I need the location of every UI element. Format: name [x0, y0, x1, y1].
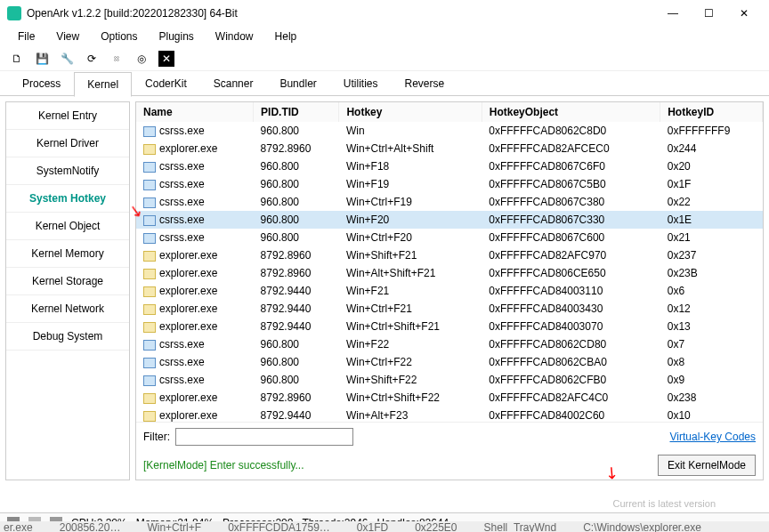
cell-hk: Win+Shift+F22	[339, 371, 482, 389]
cell-hk: Win+Ctrl+F20	[339, 229, 482, 246]
table-row[interactable]: csrss.exe960.800Win+Ctrl+F220xFFFFFCAD80…	[136, 353, 763, 371]
cell-id: 0x10	[660, 407, 763, 422]
table-row[interactable]: explorer.exe8792.8960Win+Shift+F210xFFFF…	[136, 246, 763, 264]
maximize-button[interactable]: ☐	[691, 0, 726, 27]
cell-id: 0x8	[660, 353, 763, 371]
sidebar-item-kernel-storage[interactable]: Kernel Storage	[6, 268, 129, 295]
app-icon	[7, 6, 21, 20]
tab-reverse[interactable]: Reverse	[391, 71, 457, 96]
folder-icon	[143, 322, 156, 333]
cell-name: csrss.exe	[136, 122, 254, 140]
app-icon	[143, 233, 156, 244]
exit-kernelmode-button[interactable]: Exit KernelMode	[658, 455, 756, 476]
cell-pid: 960.800	[254, 335, 339, 353]
cell-pid: 8792.8960	[254, 140, 339, 157]
folder-icon	[143, 304, 156, 315]
table-row[interactable]: explorer.exe8792.9440Win+F210xFFFFFCAD84…	[136, 282, 763, 300]
menu-plugins[interactable]: Plugins	[150, 28, 203, 44]
table-row[interactable]: explorer.exe8792.8960Win+Ctrl+Shift+F220…	[136, 389, 763, 407]
col-name[interactable]: Name	[136, 102, 254, 122]
table-row[interactable]: csrss.exe960.800Win+F200xFFFFFCAD8067C33…	[136, 211, 763, 229]
table-row[interactable]: explorer.exe8792.9440Win+Alt+F230xFFFFFC…	[136, 407, 763, 422]
cell-obj: 0xFFFFFCAD8067C600	[482, 229, 660, 246]
cell-obj: 0xFFFFFCAD82AFC4C0	[482, 389, 660, 407]
col-pid-tid[interactable]: PID.TID	[254, 102, 339, 122]
menu-options[interactable]: Options	[92, 28, 146, 44]
table-row[interactable]: explorer.exe8792.9440Win+Ctrl+Shift+F210…	[136, 318, 763, 335]
virtual-key-codes-link[interactable]: Virtual-Key Codes	[670, 431, 757, 443]
app-icon	[143, 162, 156, 173]
app-icon	[143, 340, 156, 351]
cell-name: csrss.exe	[136, 353, 254, 371]
filter-input[interactable]	[175, 428, 353, 446]
menu-window[interactable]: Window	[206, 28, 263, 44]
cell-obj: 0xFFFFFCAD8062CBA0	[482, 353, 660, 371]
table-row[interactable]: csrss.exe960.800Win+Shift+F220xFFFFFCAD8…	[136, 371, 763, 389]
sidebar-item-kernel-driver[interactable]: Kernel Driver	[6, 130, 129, 157]
cell-obj: 0xFFFFFCAD82AFC970	[482, 246, 660, 264]
cell-pid: 960.800	[254, 193, 339, 211]
cell-hk: Win	[339, 122, 482, 140]
tab-utilities[interactable]: Utilities	[330, 71, 392, 96]
cell-id: 0x20	[660, 157, 763, 175]
sidebar-item-debug-system[interactable]: Debug System	[6, 323, 129, 351]
cell-hk: Win+F21	[339, 282, 482, 300]
cell-obj: 0xFFFFFCAD8062CD80	[482, 335, 660, 353]
new-icon[interactable]: 🗋	[9, 51, 25, 67]
minimize-button[interactable]: —	[655, 0, 691, 27]
target-icon[interactable]: ◎	[134, 51, 150, 67]
hotkey-table-scroll[interactable]: NamePID.TIDHotkeyHotkeyObjectHotkeyID cs…	[136, 102, 763, 422]
tab-coderkit[interactable]: CoderKit	[132, 71, 200, 96]
menu-view[interactable]: View	[47, 28, 88, 44]
window-title: OpenArk v1.2.2 [build:202201282330] 64-B…	[27, 7, 655, 20]
sidebar-item-kernel-memory[interactable]: Kernel Memory	[6, 240, 129, 268]
col-hotkeyobject[interactable]: HotkeyObject	[482, 102, 660, 122]
menu-help[interactable]: Help	[266, 28, 306, 44]
cell-name: explorer.exe	[136, 318, 254, 335]
table-row[interactable]: csrss.exe960.800Win+F180xFFFFFCAD8067C6F…	[136, 157, 763, 175]
cell-obj: 0xFFFFFCAD8067C5B0	[482, 175, 660, 193]
wrench-icon[interactable]: 🔧	[59, 51, 75, 67]
cell-name: explorer.exe	[136, 140, 254, 157]
sidebar-item-kernel-object[interactable]: Kernel Object	[6, 213, 129, 240]
sidebar-item-system-hotkey[interactable]: System Hotkey	[6, 185, 129, 213]
table-row[interactable]: explorer.exe8792.8960Win+Ctrl+Alt+Shift0…	[136, 140, 763, 157]
cell-hk: Win+F22	[339, 335, 482, 353]
menu-file[interactable]: File	[9, 28, 44, 44]
sidebar-item-systemnotify[interactable]: SystemNotify	[6, 157, 129, 185]
app-icon	[143, 197, 156, 208]
table-row[interactable]: csrss.exe960.800Win0xFFFFFCAD8062C8D00xF…	[136, 122, 763, 140]
refresh-icon[interactable]: ⟳	[84, 51, 100, 67]
cell-hk: Win+Ctrl+F22	[339, 353, 482, 371]
table-row[interactable]: csrss.exe960.800Win+F190xFFFFFCAD8067C5B…	[136, 175, 763, 193]
cell-hk: Win+Alt+Shift+F21	[339, 264, 482, 282]
cell-pid: 960.800	[254, 157, 339, 175]
col-hotkey[interactable]: Hotkey	[339, 102, 482, 122]
close-button[interactable]: ✕	[726, 0, 762, 27]
version-text: Current is latest version	[612, 498, 716, 509]
table-row[interactable]: csrss.exe960.800Win+F220xFFFFFCAD8062CD8…	[136, 335, 763, 353]
grid-icon[interactable]: ⦂⦂	[109, 51, 125, 67]
table-row[interactable]: csrss.exe960.800Win+Ctrl+F190xFFFFFCAD80…	[136, 193, 763, 211]
cell-hk: Win+Ctrl+F21	[339, 300, 482, 318]
cell-pid: 960.800	[254, 211, 339, 229]
stop-icon[interactable]: ✕	[158, 51, 174, 67]
cell-pid: 960.800	[254, 229, 339, 246]
tab-scanner[interactable]: Scanner	[200, 71, 267, 96]
table-row[interactable]: explorer.exe8792.9440Win+Ctrl+F210xFFFFF…	[136, 300, 763, 318]
cell-obj: 0xFFFFFCAD84003070	[482, 318, 660, 335]
save-icon[interactable]: 💾	[34, 51, 50, 67]
tab-process[interactable]: Process	[9, 71, 74, 96]
tab-bundler[interactable]: Bundler	[266, 71, 329, 96]
sidebar-item-kernel-network[interactable]: Kernel Network	[6, 295, 129, 323]
table-row[interactable]: csrss.exe960.800Win+Ctrl+F200xFFFFFCAD80…	[136, 229, 763, 246]
cell-name: explorer.exe	[136, 264, 254, 282]
cell-pid: 8792.9440	[254, 300, 339, 318]
cell-obj: 0xFFFFFCAD8062C8D0	[482, 122, 660, 140]
table-row[interactable]: explorer.exe8792.8960Win+Alt+Shift+F210x…	[136, 264, 763, 282]
cell-id: 0x21	[660, 229, 763, 246]
app-icon	[143, 126, 156, 137]
sidebar-item-kernel-entry[interactable]: Kernel Entry	[6, 102, 129, 130]
tab-kernel[interactable]: Kernel	[74, 72, 132, 97]
col-hotkeyid[interactable]: HotkeyID	[660, 102, 763, 122]
